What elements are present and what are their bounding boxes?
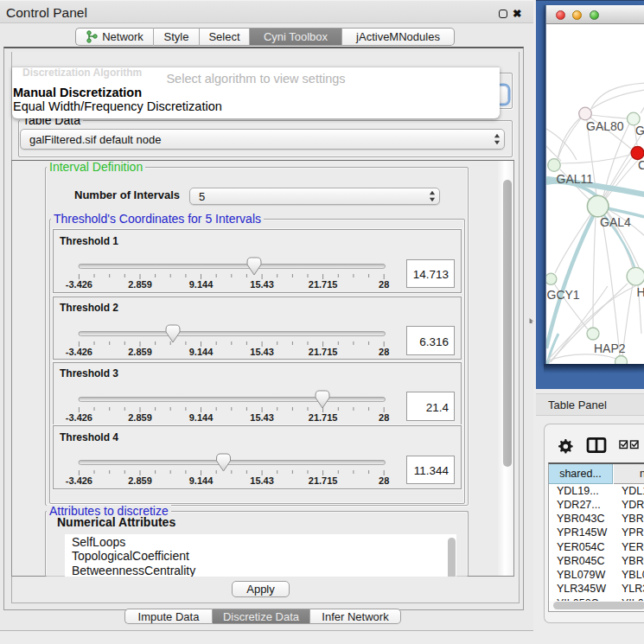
svg-text:H: H: [637, 285, 644, 299]
svg-text:GAL4: GAL4: [600, 215, 631, 229]
svg-text:G.: G.: [635, 124, 644, 137]
svg-text:C.: C.: [638, 158, 644, 172]
svg-text:GCY1: GCY1: [547, 288, 580, 302]
svg-text:GAL80: GAL80: [586, 119, 624, 133]
svg-text:HAP2: HAP2: [594, 341, 626, 355]
svg-text:GAL11: GAL11: [557, 172, 594, 186]
